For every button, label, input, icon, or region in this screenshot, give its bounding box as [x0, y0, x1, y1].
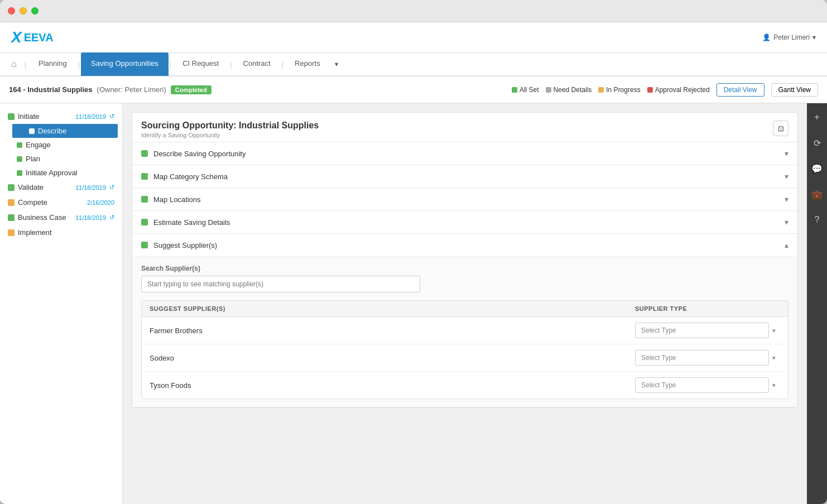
supplier-search-input[interactable] — [141, 276, 420, 292]
sub-dot-describe — [29, 128, 35, 134]
accordion-item-map-category: Map Category Schema ▾ — [132, 165, 797, 188]
phase-name-business-case: Business Case — [18, 213, 72, 222]
status-left: 164 - Industrial Supplies (Owner: Peter … — [9, 85, 211, 94]
phase-name-validate: Validate — [18, 183, 72, 191]
sidebar-phase-business-case[interactable]: Business Case 11/18/2019 ↺ — [0, 210, 122, 225]
right-panel: + ⟳ 💬 💼 ? — [807, 103, 827, 504]
supplier-type-select-tyson-foods[interactable]: Select Type Incumbent New Preferred — [635, 377, 769, 393]
nav-item-ci-request[interactable]: CI Request — [172, 52, 229, 76]
col-header-type: SUPPLIER TYPE — [635, 305, 780, 312]
sidebar-sub-initiate-approval[interactable]: Initiate Approval — [0, 166, 122, 180]
accordion-header-describe[interactable]: Describe Saving Opportunity ▾ — [132, 142, 797, 165]
accordion-header-map-category[interactable]: Map Category Schema ▾ — [132, 165, 797, 188]
phase-date-business-case: 11/18/2019 — [75, 214, 106, 221]
nav-item-contract[interactable]: Contract — [233, 52, 281, 76]
legend-dot-in-progress — [598, 87, 604, 93]
phase-dot-business-case — [8, 214, 15, 221]
sidebar-sub-describe[interactable]: Describe — [12, 124, 118, 138]
sub-dot-initiate-approval — [17, 170, 22, 176]
legend-label-in-progress: In Progress — [606, 86, 640, 94]
sidebar-sub-plan[interactable]: Plan — [0, 152, 122, 166]
main-card-header: Sourcing Opportunity: Industrial Supplie… — [132, 113, 797, 142]
legend-need-details: Need Details — [546, 86, 592, 94]
legend-dot-approval-rejected — [647, 87, 653, 93]
sidebar-phase-validate[interactable]: Validate 11/18/2019 ↺ — [0, 180, 122, 195]
user-dropdown-icon[interactable]: ▾ — [812, 33, 816, 41]
chat-icon[interactable]: 💬 — [809, 160, 825, 177]
acc-title-describe: Describe Saving Opportunity — [153, 150, 246, 158]
supplier-type-select-sodexo[interactable]: Select Type Incumbent New Preferred — [635, 350, 769, 366]
logo-eeva: EEVA — [24, 31, 54, 44]
acc-chevron-map-category: ▾ — [785, 172, 788, 181]
acc-chevron-map-locations: ▾ — [785, 195, 788, 204]
maximize-button[interactable] — [31, 7, 39, 15]
nav-bar: ⌂ | Planning | Saving Opportunities | CI… — [0, 53, 827, 76]
gantt-view-button[interactable]: Gantt View — [771, 83, 818, 97]
accordion-header-suppliers[interactable]: Suggest Supplier(s) ▴ — [132, 234, 797, 256]
phase-arrow-business-case: ↺ — [109, 214, 114, 221]
minimize-button[interactable] — [20, 7, 27, 15]
phase-arrow-initiate: ↺ — [109, 113, 114, 120]
sub-dot-engage — [17, 142, 22, 148]
help-icon[interactable]: ? — [809, 212, 825, 228]
legend-label-all-set: All Set — [520, 86, 539, 94]
supplier-table: SUGGEST SUPPLIER(S) SUPPLIER TYPE Farmer… — [141, 300, 788, 399]
briefcase-icon[interactable]: 💼 — [809, 186, 825, 203]
accordion-item-map-locations: Map Locations ▾ — [132, 188, 797, 211]
accordion-left-suppliers: Suggest Supplier(s) — [141, 241, 217, 249]
close-button[interactable] — [8, 7, 15, 15]
sidebar-phase-initiate[interactable]: Initiate 11/18/2019 ↺ — [0, 109, 122, 124]
plus-icon[interactable]: + — [809, 109, 825, 126]
acc-dot-estimate — [141, 219, 148, 225]
acc-title-estimate: Estimate Saving Details — [153, 218, 230, 227]
nav-item-reports[interactable]: Reports — [285, 52, 330, 76]
supplier-name-farmer-brothers: Farmer Brothers — [150, 327, 635, 335]
nav-item-planning[interactable]: Planning — [28, 52, 77, 76]
legend-approval-rejected: Approval Rejected — [647, 86, 710, 94]
project-id: 164 - Industrial Supplies — [9, 85, 93, 94]
card-title-area: Sourcing Opportunity: Industrial Supplie… — [141, 121, 319, 138]
accordion-item-describe: Describe Saving Opportunity ▾ — [132, 142, 797, 165]
sub-label-plan: Plan — [26, 155, 40, 163]
accordion-header-estimate[interactable]: Estimate Saving Details ▾ — [132, 211, 797, 233]
sidebar-phase-compete[interactable]: Compete 2/16/2020 — [0, 195, 122, 210]
legend-label-need-details: Need Details — [554, 86, 592, 94]
accordion-left-map-category: Map Category Schema — [141, 172, 228, 181]
logo: X EEVA — [11, 28, 84, 46]
sidebar: Initiate 11/18/2019 ↺ Describe Engage Pl… — [0, 103, 123, 504]
legend-all-set: All Set — [512, 86, 539, 94]
table-row: Farmer Brothers Select Type Incumbent Ne… — [142, 317, 788, 344]
status-right: All Set Need Details In Progress Approva… — [512, 83, 818, 97]
col-header-supplier: SUGGEST SUPPLIER(S) — [150, 305, 635, 312]
user-name: Peter Limeri — [773, 33, 810, 41]
card-title: Sourcing Opportunity: Industrial Supplie… — [141, 121, 319, 131]
status-badge: Completed — [171, 85, 211, 94]
accordion-left-map-locations: Map Locations — [141, 195, 201, 204]
refresh-icon[interactable]: ⟳ — [809, 135, 825, 151]
titlebar — [0, 0, 827, 22]
supplier-type-wrapper-tyson-foods: Select Type Incumbent New Preferred — [635, 377, 780, 393]
supplier-name-tyson-foods: Tyson Foods — [150, 381, 635, 390]
app-window: X EEVA 👤 Peter Limeri ▾ ⌂ | Planning | S… — [0, 0, 827, 504]
nav-dropdown-icon[interactable]: ▾ — [330, 60, 343, 68]
nav-item-saving-opportunities[interactable]: Saving Opportunities — [81, 52, 169, 76]
phase-date-compete: 2/16/2020 — [87, 199, 114, 206]
supplier-type-select-farmer-brothers[interactable]: Select Type Incumbent New Preferred — [635, 323, 769, 338]
home-icon[interactable]: ⌂ — [6, 59, 22, 69]
sub-dot-plan — [17, 156, 22, 162]
supplier-content: Search Supplier(s) SUGGEST SUPPLIER(S) S… — [132, 256, 797, 407]
phase-arrow-validate: ↺ — [109, 184, 114, 191]
acc-chevron-describe: ▾ — [785, 149, 788, 158]
acc-dot-map-locations — [141, 196, 148, 203]
status-bar: 164 - Industrial Supplies (Owner: Peter … — [0, 76, 827, 103]
phase-dot-initiate — [8, 113, 15, 120]
sub-label-describe: Describe — [38, 127, 66, 135]
search-label: Search Supplier(s) — [141, 265, 788, 272]
logo-x: X — [11, 28, 22, 46]
sidebar-sub-engage[interactable]: Engage — [0, 138, 122, 152]
detail-view-button[interactable]: Detail View — [717, 83, 765, 97]
user-info: 👤 Peter Limeri ▾ — [762, 33, 827, 41]
accordion-header-map-locations[interactable]: Map Locations ▾ — [132, 188, 797, 210]
card-icon-button[interactable]: ⊡ — [773, 121, 788, 136]
sidebar-phase-implement[interactable]: Implement — [0, 225, 122, 240]
